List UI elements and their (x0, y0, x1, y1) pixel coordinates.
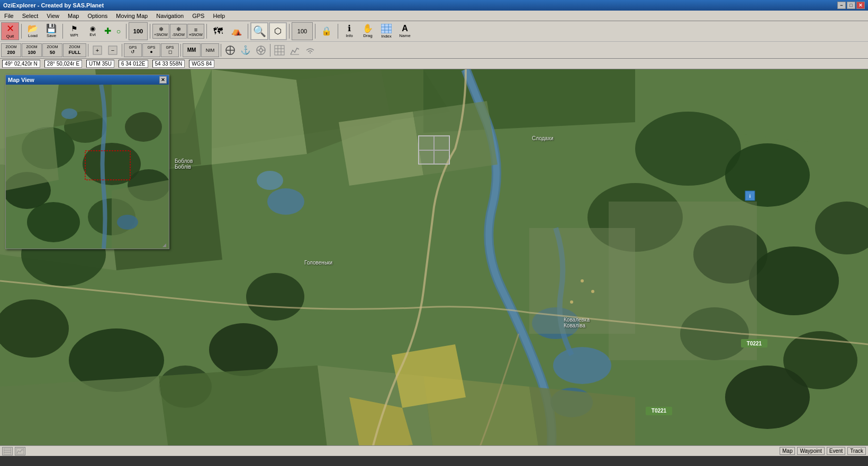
sep1 (21, 24, 22, 39)
menu-map[interactable]: Map (64, 12, 83, 20)
menu-help[interactable]: Help (209, 12, 229, 20)
map-view-resize-handle[interactable]: ◢ (162, 242, 168, 248)
event-tab[interactable]: Event (827, 447, 846, 455)
gps-map-button[interactable]: ⛺ (228, 22, 246, 40)
waypoint-button[interactable]: ⚑ WPt (65, 22, 83, 40)
svg-point-91 (117, 215, 138, 230)
sep9 (338, 24, 338, 39)
grid-button[interactable] (272, 43, 287, 58)
map-tab[interactable]: Map (780, 447, 795, 455)
svg-text:i: i (749, 194, 751, 199)
svg-marker-89 (112, 180, 169, 249)
anchor-icon: ⚓ (240, 45, 251, 55)
zoom-value-label: 100 (297, 28, 307, 34)
datum-display: WGS 84 (189, 60, 214, 68)
menu-select[interactable]: Select (18, 12, 43, 20)
menu-bar: File Select View Map Options Moving Map … (0, 11, 868, 21)
sep5 (206, 24, 207, 39)
svg-point-85 (125, 112, 162, 142)
save-icon: 💾 (46, 24, 57, 33)
waypoint-tab[interactable]: Waypoint (797, 447, 824, 455)
wifi-button[interactable] (303, 43, 318, 58)
crosshair-button[interactable] (223, 43, 238, 58)
load-button[interactable]: 📂 Load (24, 22, 42, 40)
map-btn[interactable]: 🗺 (209, 22, 227, 40)
svg-point-41 (209, 323, 278, 376)
latitude-display: 49° 02,420r N (2, 60, 40, 68)
menu-options[interactable]: Options (83, 12, 112, 20)
name-button[interactable]: A Name (396, 22, 414, 40)
chart-icon (290, 45, 300, 56)
map-area[interactable]: Т0221 Т0221 i БобловБоблів Слодахи Голов… (0, 69, 868, 456)
zoom-full-button[interactable]: ZOOM FULL (63, 43, 86, 57)
zoom-in-icon: + (93, 45, 102, 55)
svg-point-54 (553, 347, 611, 384)
svg-point-69 (591, 290, 594, 293)
utm-display: UTM 35U (86, 60, 114, 68)
map-view-title-bar: Map View ✕ (6, 75, 169, 85)
anchor-button[interactable]: ⚓ (238, 43, 253, 58)
menu-gps[interactable]: GPS (188, 12, 209, 20)
close-button[interactable]: ✕ (856, 2, 865, 9)
drag-button[interactable]: ✋ Drag (359, 22, 377, 40)
status-icon1[interactable] (2, 447, 13, 455)
info-icon: ℹ (348, 24, 351, 33)
evt-icon: ◉ (90, 25, 95, 32)
chart-button[interactable] (287, 43, 302, 58)
svg-rect-93 (4, 448, 11, 454)
quit-button[interactable]: ✕ Quit (1, 22, 19, 40)
circle-button[interactable]: ○ (113, 22, 124, 40)
zoom200-button[interactable]: ZOOM 200 (1, 43, 21, 57)
svg-point-90 (61, 108, 77, 119)
sep-r2-2 (122, 44, 122, 57)
minimize-button[interactable]: − (837, 2, 846, 9)
map-view-close-button[interactable]: ✕ (159, 76, 167, 84)
gps-pos-button[interactable]: GPS ● (142, 43, 160, 57)
svg-marker-33 (212, 69, 307, 165)
zoom100-row2-button[interactable]: ZOOM 100 (22, 43, 42, 57)
menu-moving-map[interactable]: Moving Map (112, 12, 152, 20)
menu-navigation[interactable]: Navigation (152, 12, 188, 20)
mm-button[interactable]: MM (183, 43, 201, 57)
maximize-button[interactable]: □ (847, 2, 855, 9)
toolbar-row2: ZOOM 200 ZOOM 100 ZOOM 50 ZOOM FULL + − (0, 41, 868, 58)
lock-button[interactable]: 🔒 (318, 22, 336, 40)
gps-track-button[interactable]: GPS ◻ (161, 43, 179, 57)
nim-button[interactable]: NIM (201, 43, 219, 57)
sep-r2-4 (221, 44, 221, 57)
event-button[interactable]: ◉ Evt (84, 22, 102, 40)
track-tab[interactable]: Track (847, 447, 866, 455)
menu-view[interactable]: View (42, 12, 64, 20)
zoom50-button[interactable]: ZOOM 50 (42, 43, 62, 57)
index-label: Index (381, 34, 392, 39)
snow-add-button[interactable]: ❄ +SNOW (152, 24, 169, 39)
map-view-panel[interactable]: Map View ✕ (5, 75, 169, 249)
target-icon (256, 45, 266, 56)
svg-text:−: − (111, 47, 114, 53)
snow-sub-button[interactable]: ❄ -SNOW (170, 24, 187, 39)
index-button[interactable]: Index (377, 22, 395, 40)
zoom-out-button[interactable]: − (105, 43, 120, 58)
zoom-in-button[interactable]: + (90, 43, 105, 58)
load-icon: 📂 (28, 24, 38, 33)
target-button[interactable] (254, 43, 268, 58)
info-button[interactable]: ℹ Info (340, 22, 358, 40)
name-icon: A (402, 24, 408, 33)
frame-button[interactable]: ⬡ (269, 22, 287, 40)
search-icon: 🔍 (253, 26, 266, 36)
zoom100-button[interactable]: 100 (129, 22, 148, 40)
save-button[interactable]: 💾 Save (42, 22, 60, 40)
menu-file[interactable]: File (0, 12, 18, 20)
status-icon2[interactable] (15, 447, 25, 455)
add-button[interactable]: ✚ (102, 22, 113, 40)
svg-rect-96 (16, 448, 24, 454)
gps-refresh-button[interactable]: GPS ↺ (124, 43, 142, 57)
svg-marker-64 (392, 344, 466, 408)
svg-point-50 (725, 366, 810, 429)
search-button[interactable]: 🔍 (250, 22, 268, 40)
snow-eq-button[interactable]: ≡ ≡SNOW (187, 24, 204, 39)
zoom-value-button[interactable]: 100 (292, 22, 313, 40)
svg-marker-57 (339, 112, 423, 186)
sep3 (126, 24, 126, 39)
grid-e-display: 6 34 012E (119, 60, 148, 68)
